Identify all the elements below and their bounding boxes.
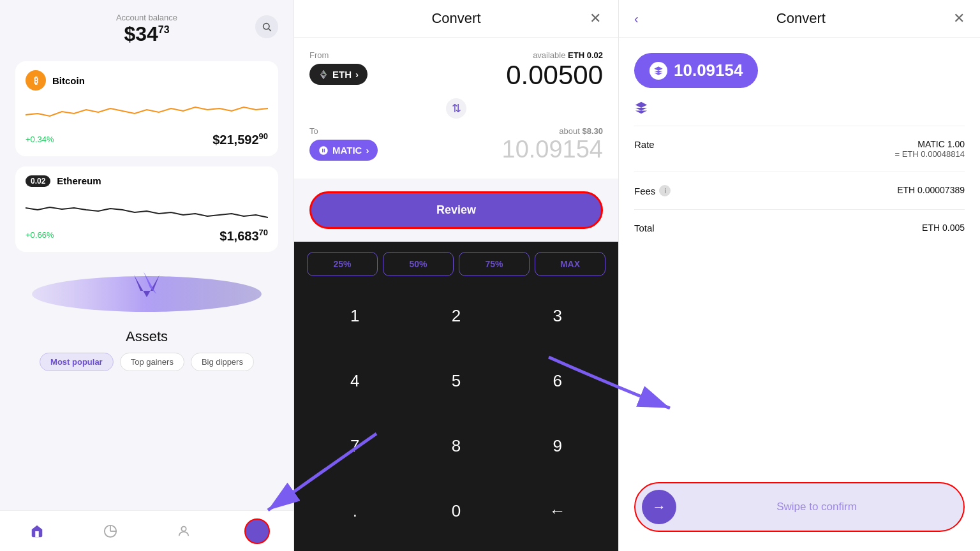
middle-panel: Convert ✕ From ETH › ava [293,0,619,551]
assets-section: Assets Most popular Top gainers Big dipp… [15,328,278,371]
bitcoin-change: +0.34% [26,135,54,144]
matic-small-icon [634,101,965,118]
middle-panel-header: Convert ✕ [294,0,618,38]
assets-decoration [15,262,278,313]
ethereum-name: Ethereum [57,175,101,186]
about-text: about $8.30 [502,126,604,136]
total-row: Total ETH 0.005 [634,217,965,239]
ethereum-header: 0.02 Ethereum [26,175,268,187]
to-currency-selector[interactable]: MATIC › [309,140,378,161]
bitcoin-chart [26,96,268,128]
swipe-label: Swipe to confirm [676,501,957,513]
num-dot[interactable]: . [307,481,403,541]
bitcoin-icon: ₿ [26,70,46,91]
num-6[interactable]: 6 [509,351,605,411]
num-backspace[interactable]: ← [509,481,605,541]
svg-marker-6 [323,70,327,75]
preset-50[interactable]: 50% [383,252,454,276]
fees-value: ETH 0.00007389 [897,185,965,195]
middle-close-button[interactable]: ✕ [585,8,605,29]
bottom-nav [0,510,293,551]
to-currency-label: MATIC [332,145,362,156]
swipe-section: → Swipe to confirm [634,482,965,532]
swipe-button[interactable]: → Swipe to confirm [634,482,965,532]
to-amount-display: 10.09154 [502,136,604,163]
amount-display: 0.00500 [506,60,603,91]
preset-75[interactable]: 75% [459,252,530,276]
fees-info-icon[interactable]: i [659,185,671,196]
num-2[interactable]: 2 [408,286,505,346]
ethereum-footer: +0.66% $1,68370 [26,228,268,244]
review-section: Review [294,179,618,242]
bitcoin-name: Bitcoin [52,75,85,86]
convert-form: From ETH › available ETH 0.02 0.00500 [294,38,618,179]
bitcoin-card[interactable]: ₿ Bitcoin +0.34% $21,59290 [15,61,278,156]
nav-chart[interactable] [98,518,123,544]
num-8[interactable]: 8 [408,416,505,476]
nav-person[interactable] [171,518,197,544]
available-amount: ETH 0.02 [568,50,603,60]
divider-3 [634,209,965,210]
nav-convert[interactable] [244,518,270,544]
assets-title: Assets [15,328,278,345]
matic-icon [650,62,667,80]
right-header: ‹ Convert ✕ [619,0,980,38]
ethereum-price: $1,68370 [219,228,268,244]
to-row: To MATIC › about $8.30 10.09154 [309,126,603,163]
from-row: From ETH › available ETH 0.02 0.00500 [309,50,603,91]
bitcoin-footer: +0.34% $21,59290 [26,131,268,147]
left-panel: Account balance $3473 ₿ Bitcoin +0.34% $… [0,0,293,551]
from-currency-selector[interactable]: ETH › [309,64,368,85]
numpad: 25% 50% 75% MAX 1 2 3 4 5 6 7 8 9 . 0 ← [294,242,618,551]
rate-row: Rate MATIC 1.00 = ETH 0.00048814 [634,134,965,164]
svg-marker-9 [320,75,323,79]
account-balance-amount: $3473 [15,22,278,46]
ethereum-chart [26,192,268,224]
account-balance-label: Account balance [15,13,278,22]
nav-home[interactable] [24,518,50,544]
preset-max[interactable]: MAX [535,252,605,276]
available-text: available ETH 0.02 [506,50,603,60]
rate-value: MATIC 1.00 = ETH 0.00048814 [895,139,965,159]
back-button[interactable]: ‹ [634,11,639,26]
num-0[interactable]: 0 [408,481,505,541]
ethereum-change: +0.66% [26,230,54,240]
svg-line-1 [269,29,271,31]
svg-marker-7 [320,70,323,75]
svg-point-5 [181,526,186,531]
account-balance-section: Account balance $3473 [15,13,278,51]
num-9[interactable]: 9 [509,416,605,476]
filter-most-popular[interactable]: Most popular [40,353,114,371]
from-label: From [309,50,368,60]
review-button[interactable]: Review [309,191,603,229]
right-close-button[interactable]: ✕ [953,10,965,27]
search-button[interactable] [255,15,278,38]
bitcoin-price: $21,59290 [212,131,268,147]
swap-row: ⇅ [309,98,603,119]
right-title: Convert [649,10,953,27]
ethereum-badge: 0.02 [26,175,50,187]
total-label: Total [634,223,655,233]
filter-big-dippers[interactable]: Big dippers [191,353,254,371]
swap-button[interactable]: ⇅ [446,98,466,119]
right-content: 10.09154 Rate MATIC 1.00 = ETH 0.0004881… [619,38,980,551]
num-3[interactable]: 3 [509,286,605,346]
total-value: ETH 0.005 [922,223,965,233]
matic-amount-value: 10.09154 [674,61,743,80]
svg-marker-8 [323,75,327,79]
num-1[interactable]: 1 [307,286,403,346]
fees-row: Fees i ETH 0.00007389 [634,180,965,202]
from-currency-label: ETH [332,69,352,80]
filter-top-gainers[interactable]: Top gainers [120,353,184,371]
ethereum-card[interactable]: 0.02 Ethereum +0.66% $1,68370 [15,166,278,253]
rate-label: Rate [634,139,655,150]
num-4[interactable]: 4 [307,351,403,411]
bitcoin-header: ₿ Bitcoin [26,70,268,91]
num-7[interactable]: 7 [307,416,403,476]
middle-title: Convert [431,10,480,27]
num-5[interactable]: 5 [408,351,505,411]
account-cents: 73 [158,24,170,35]
divider-2 [634,172,965,172]
preset-25[interactable]: 25% [307,252,378,276]
right-panel: ‹ Convert ✕ 10.09154 Rate MATIC 1.00 = E… [619,0,980,551]
